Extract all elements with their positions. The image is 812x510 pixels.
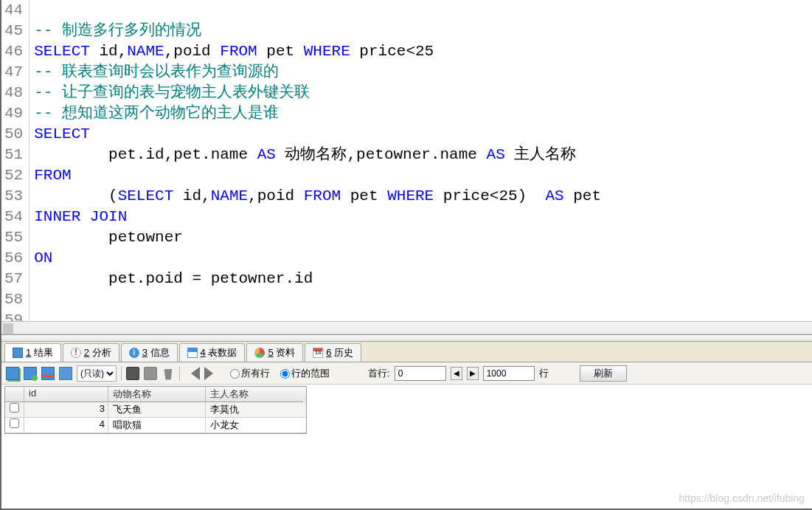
export-icon[interactable] xyxy=(6,367,19,380)
tab-label: 2 分析 xyxy=(84,346,111,359)
tab-label: 1 结果 xyxy=(26,346,53,359)
grid-header-id[interactable]: id xyxy=(24,387,108,402)
first-row-input[interactable] xyxy=(395,366,446,381)
tab-label: 6 历史 xyxy=(326,346,353,359)
readonly-select[interactable]: (只读) xyxy=(77,365,117,382)
tab-tbldata[interactable]: 4 表数据 xyxy=(179,343,246,362)
save-copy-icon[interactable] xyxy=(144,367,157,380)
grid-header-name[interactable]: 动物名称 xyxy=(108,387,206,402)
cell-owner[interactable]: 小龙女 xyxy=(206,418,303,433)
save-icon[interactable] xyxy=(126,367,139,380)
tbldata-icon xyxy=(187,348,198,358)
tab-result[interactable]: 1 结果 xyxy=(4,343,61,362)
tab-analyze[interactable]: !2 分析 xyxy=(63,343,119,362)
result-icon xyxy=(13,348,23,358)
separator xyxy=(121,366,122,381)
empty-area: https://blog.csdn.net/ifubing xyxy=(1,435,812,509)
result-tabs: 1 结果!2 分析i3 信息4 表数据5 资料186 历史 xyxy=(1,342,812,362)
row-checkbox[interactable] xyxy=(5,402,24,417)
table-row[interactable]: 4唱歌猫小龙女 xyxy=(5,418,306,433)
line-gutter: 44454647484950515253545556575859 xyxy=(1,0,30,321)
copy-row-icon[interactable] xyxy=(59,367,72,380)
pane-splitter[interactable] xyxy=(1,334,812,342)
first-row-label: 首行: xyxy=(368,367,390,380)
cell-id[interactable]: 3 xyxy=(24,402,108,417)
row-count-input[interactable] xyxy=(483,366,535,381)
radio-row-range[interactable]: 行的范围 xyxy=(274,367,330,380)
grid-header-owner[interactable]: 主人名称 xyxy=(206,387,303,402)
step-prev[interactable]: ◀ xyxy=(451,367,462,380)
tab-label: 4 表数据 xyxy=(201,346,237,359)
cell-name[interactable]: 唱歌猫 xyxy=(108,418,206,433)
trash-icon[interactable] xyxy=(162,367,175,380)
cell-name[interactable]: 飞天鱼 xyxy=(108,402,206,417)
delete-row-icon[interactable] xyxy=(41,367,55,380)
code-area[interactable]: -- 制造多行多列的情况SELECT id,NAME,poid FROM pet… xyxy=(30,0,601,321)
tab-history[interactable]: 186 历史 xyxy=(305,343,361,362)
scroll-thumb[interactable] xyxy=(3,323,13,334)
info-icon: i xyxy=(129,348,139,358)
prev-page-icon[interactable] xyxy=(184,367,200,380)
horizontal-scrollbar[interactable] xyxy=(1,321,812,334)
result-grid[interactable]: id 动物名称 主人名称 3飞天鱼李莫仇4唱歌猫小龙女 xyxy=(4,386,307,434)
res-icon xyxy=(254,348,265,358)
separator xyxy=(179,366,180,381)
step-next[interactable]: ▶ xyxy=(467,367,479,380)
watermark: https://blog.csdn.net/ifubing xyxy=(679,492,805,504)
cell-id[interactable]: 4 xyxy=(24,418,108,433)
next-page-icon[interactable] xyxy=(204,367,220,380)
sql-editor[interactable]: 44454647484950515253545556575859 -- 制造多行… xyxy=(1,0,812,321)
row-checkbox[interactable] xyxy=(5,418,24,433)
tab-label: 5 资料 xyxy=(268,346,295,359)
tab-info[interactable]: i3 信息 xyxy=(121,343,178,362)
row-suffix-label: 行 xyxy=(539,367,549,380)
grid-header: id 动物名称 主人名称 xyxy=(5,387,306,402)
analyze-icon: ! xyxy=(71,348,81,358)
tab-label: 3 信息 xyxy=(142,346,170,359)
table-row[interactable]: 3飞天鱼李莫仇 xyxy=(5,402,306,418)
radio-all-rows[interactable]: 所有行 xyxy=(224,367,270,380)
refresh-button[interactable]: 刷新 xyxy=(580,365,627,382)
cell-owner[interactable]: 李莫仇 xyxy=(206,402,303,417)
tab-res[interactable]: 5 资料 xyxy=(246,343,303,362)
grid-header-checkbox[interactable] xyxy=(5,387,24,402)
history-icon: 18 xyxy=(313,348,323,358)
add-row-icon[interactable] xyxy=(24,367,37,380)
result-toolbar: (只读) 所有行 行的范围 首行: ◀▶ 行 刷新 xyxy=(1,362,812,385)
